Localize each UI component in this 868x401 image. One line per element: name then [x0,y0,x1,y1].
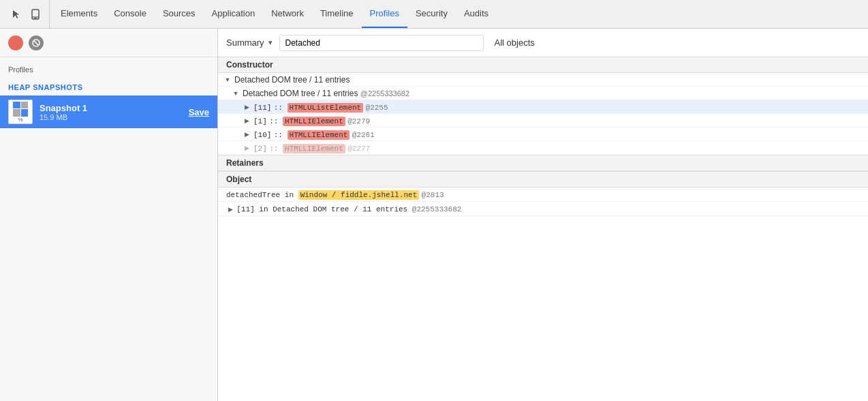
snapshot-size: 15.9 MB [40,113,189,121]
snapshot-name: Snapshot 1 [40,103,189,113]
tab-security[interactable]: Security [407,0,456,28]
tab-network[interactable]: Network [263,0,312,28]
table-area: Constructor ▼ Detached DOM tree / 11 ent… [218,57,868,401]
tree-label: Detached DOM tree / 11 entries @22553336… [240,89,868,98]
table-row[interactable]: ▼ Detached DOM tree / 11 entries @225533… [218,87,868,100]
tab-console[interactable]: Console [106,0,155,28]
all-objects-button[interactable]: All objects [489,35,540,50]
svg-line-4 [34,41,38,45]
tree-label: [1] :: HTMLLIElement @2279 [251,116,868,125]
tree-toggle-icon[interactable]: ▶ [243,104,251,110]
snapshot-info: Snapshot 1 15.9 MB [40,103,189,121]
tab-sources[interactable]: Sources [155,0,204,28]
snapshot-save-button[interactable]: Save [189,107,209,117]
sidebar: Profiles HEAP SNAPSHOTS % Snapshot 1 15.… [0,29,218,401]
tree-toggle-icon[interactable]: ▼ [223,76,232,83]
table-row[interactable]: detachedTree in Window / fiddle.jshell.n… [218,188,868,202]
table-row[interactable]: ▶ [11] :: HTMLUListElement @2255 [218,100,868,114]
element-type: HTMLUListElement [288,103,364,113]
tree-label: [10] :: HTMLLIElement @2261 [251,130,868,139]
table-row[interactable]: ▶ [11] in Detached DOM tree / 11 entries… [218,202,868,216]
tree-label: [2] :: HTMLLIElement @2277 [251,143,868,153]
devtools-navbar: Elements Console Sources Application Net… [0,0,868,29]
tree-label: Detached DOM tree / 11 entries [232,75,868,85]
clear-button[interactable] [29,35,44,50]
nav-icon-group [3,0,50,28]
tree-toggle-icon[interactable]: ▶ [243,145,251,151]
table-row[interactable]: ▶ [1] :: HTMLLIElement @2279 [218,114,868,128]
summary-dropdown[interactable]: Summary ▼ [226,38,274,48]
heap-snapshots-label: HEAP SNAPSHOTS [0,79,217,94]
nav-tabs: Elements Console Sources Application Net… [50,0,865,28]
main-layout: Profiles HEAP SNAPSHOTS % Snapshot 1 15.… [0,29,868,401]
sidebar-toolbar [0,29,217,57]
svg-rect-0 [32,10,39,19]
mobile-icon[interactable] [27,6,44,23]
element-type: HTMLLIElement [283,144,345,153]
snapshot-icon: % [8,100,33,124]
tab-application[interactable]: Application [204,0,264,28]
tree-toggle-icon[interactable]: ▶ [226,206,234,213]
filter-input[interactable] [279,35,484,51]
constructor-header: Constructor [218,57,868,73]
tree-toggle-icon[interactable]: ▶ [243,117,251,124]
retainers-header: Retainers [218,155,868,171]
summary-label: Summary [226,38,264,48]
svg-rect-2 [34,18,37,18]
right-panel: Summary ▼ All objects Constructor ▼ Deta… [218,29,868,401]
cursor-icon[interactable] [8,6,25,23]
table-row[interactable]: ▶ [2] :: HTMLLIElement @2277 [218,141,868,155]
tree-toggle-icon[interactable]: ▶ [243,131,251,138]
tree-label: [11] :: HTMLUListElement @2255 [251,102,868,112]
tab-audits[interactable]: Audits [456,0,497,28]
panel-toolbar: Summary ▼ All objects [218,29,868,57]
record-button[interactable] [8,35,23,50]
table-row[interactable]: ▼ Detached DOM tree / 11 entries [218,73,868,87]
tree-toggle-icon[interactable]: ▼ [232,90,240,97]
tab-elements[interactable]: Elements [52,0,106,28]
dropdown-arrow-icon: ▼ [267,39,274,46]
element-type: HTMLLIElement [283,117,345,126]
element-type: HTMLLIElement [288,130,350,140]
object-header: Object [218,171,868,188]
tab-profiles[interactable]: Profiles [362,0,407,28]
profiles-label: Profiles [0,63,217,79]
sidebar-content: Profiles HEAP SNAPSHOTS % Snapshot 1 15.… [0,57,217,401]
table-row[interactable]: ▶ [10] :: HTMLLIElement @2261 [218,128,868,141]
tab-timeline[interactable]: Timeline [312,0,362,28]
snapshot-item[interactable]: % Snapshot 1 15.9 MB Save [0,95,217,128]
object-highlight: Window / fiddle.jshell.net [298,190,420,200]
